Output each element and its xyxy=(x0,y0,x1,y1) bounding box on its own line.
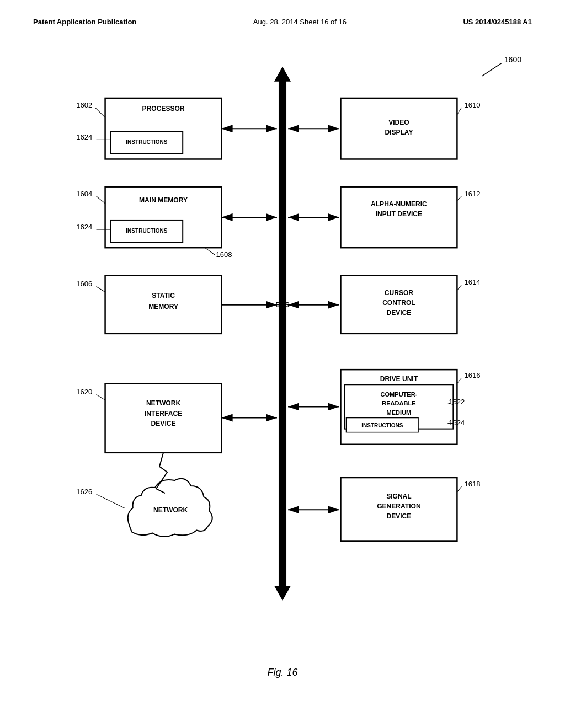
ref-1622: 1622 xyxy=(449,398,465,406)
signal-gen-label1: SIGNAL xyxy=(386,493,412,500)
bus-label: BUS xyxy=(275,301,289,309)
ref-1624b: 1624 xyxy=(76,223,92,231)
static-memory-label1: STATIC xyxy=(152,292,175,299)
svg-line-7 xyxy=(95,108,105,117)
ref-1606: 1606 xyxy=(76,280,92,288)
network-interface-box xyxy=(105,383,222,453)
page: Patent Application Publication Aug. 28, … xyxy=(0,0,565,728)
svg-line-14 xyxy=(97,494,125,508)
ref-1608: 1608 xyxy=(216,250,232,259)
instructions-drive-label: INSTRUCTIONS xyxy=(361,422,403,429)
network-interface-label2: INTERFACE xyxy=(145,410,182,417)
ref-1624a: 1624 xyxy=(76,133,92,141)
computer-readable-label1: COMPUTER- xyxy=(381,391,418,398)
svg-line-9 xyxy=(97,196,105,204)
svg-line-12 xyxy=(97,286,105,292)
instructions-mem-label: INSTRUCTIONS xyxy=(126,228,168,234)
ref-1624c: 1624 xyxy=(449,419,465,427)
cursor-control-label2: CONTROL xyxy=(382,299,415,307)
static-memory-label2: MEMORY xyxy=(148,303,178,311)
signal-gen-label2: GENERATION xyxy=(377,502,420,510)
header-center: Aug. 28, 2014 Sheet 16 of 16 xyxy=(253,18,347,26)
ref-1610: 1610 xyxy=(464,101,480,109)
drive-unit-label: DRIVE UNIT xyxy=(380,375,418,383)
header-right: US 2014/0245188 A1 xyxy=(463,18,532,26)
network-interface-label3: DEVICE xyxy=(151,420,176,427)
svg-line-13 xyxy=(97,394,105,400)
ref-1618: 1618 xyxy=(464,480,480,488)
cursor-control-label1: CURSOR xyxy=(385,289,414,297)
computer-readable-label3: MEDIUM xyxy=(387,409,412,416)
ref-1612: 1612 xyxy=(464,190,480,198)
ref-1614: 1614 xyxy=(464,278,480,286)
network-cloud: NETWORK xyxy=(128,479,212,537)
ref-1616: 1616 xyxy=(464,371,480,379)
computer-readable-label2: READABLE xyxy=(382,400,415,406)
network-label: NETWORK xyxy=(153,506,188,514)
ref-1604: 1604 xyxy=(76,190,92,198)
diagram: 1600 xyxy=(33,44,532,656)
bus-shaft xyxy=(279,79,286,588)
svg-line-11 xyxy=(205,248,215,255)
main-memory-label: MAIN MEMORY xyxy=(139,196,188,204)
video-display-label2: DISPLAY xyxy=(385,129,413,136)
diagram-svg: 1600 xyxy=(33,44,532,656)
network-interface-label1: NETWORK xyxy=(146,399,181,407)
figure-caption: Fig. 16 xyxy=(267,667,297,678)
header-left: Patent Application Publication xyxy=(33,18,136,26)
cursor-control-label3: DEVICE xyxy=(387,309,412,317)
signal-gen-label3: DEVICE xyxy=(387,512,412,520)
ref-1626: 1626 xyxy=(76,488,92,496)
processor-label: PROCESSOR xyxy=(142,105,185,113)
video-display-label1: VIDEO xyxy=(388,119,409,126)
svg-line-0 xyxy=(482,63,502,76)
ref-1620: 1620 xyxy=(76,388,92,396)
alpha-numeric-label1: ALPHA-NUMERIC xyxy=(371,200,427,208)
header: Patent Application Publication Aug. 28, … xyxy=(0,18,565,26)
instructions-proc-label: INSTRUCTIONS xyxy=(126,139,168,145)
alpha-numeric-label2: INPUT DEVICE xyxy=(376,210,422,218)
ref-1602: 1602 xyxy=(76,101,92,109)
ref-1600: 1600 xyxy=(504,55,521,64)
